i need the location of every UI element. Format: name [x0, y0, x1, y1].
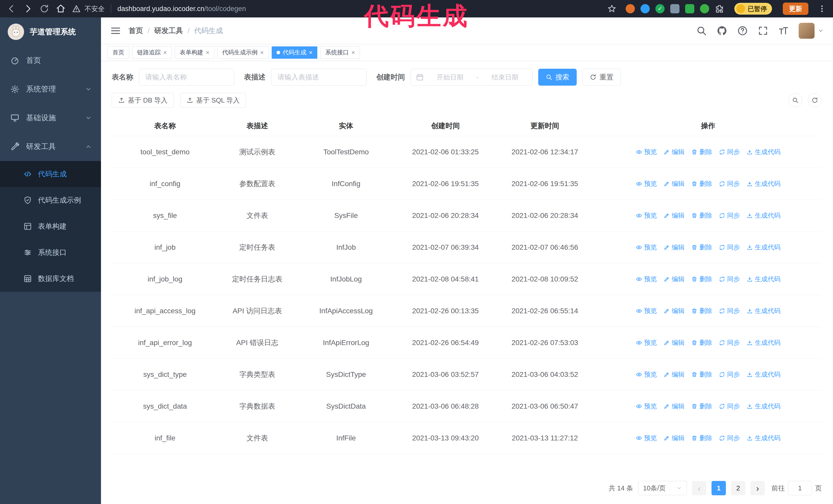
sidebar-item-codegen-example[interactable]: 代码生成示例 — [0, 187, 101, 213]
edit-action[interactable]: 编辑 — [664, 274, 685, 284]
github-icon[interactable] — [717, 25, 728, 36]
tab-system-api[interactable]: 系统接口× — [320, 46, 360, 59]
generate-code-action[interactable]: 生成代码 — [747, 402, 781, 411]
refresh-table-button[interactable] — [808, 93, 822, 107]
kebab-menu-icon[interactable] — [818, 4, 826, 13]
delete-action[interactable]: 删除 — [691, 402, 712, 411]
address-bar[interactable]: 不安全 dashboard.yudao.iocoder.cn/tool/code… — [72, 4, 616, 13]
extensions-puzzle-icon[interactable] — [715, 4, 724, 13]
next-page-button[interactable]: › — [751, 481, 765, 495]
generate-code-action[interactable]: 生成代码 — [747, 370, 781, 379]
forward-icon[interactable] — [23, 4, 33, 14]
edit-action[interactable]: 编辑 — [664, 306, 685, 316]
extension-icon-badge[interactable] — [685, 4, 694, 13]
generate-code-action[interactable]: 生成代码 — [747, 147, 781, 157]
tab-form-builder[interactable]: 表单构建× — [175, 46, 214, 59]
page-button-1[interactable]: 1 — [712, 481, 726, 495]
font-size-icon[interactable] — [778, 25, 789, 36]
sync-action[interactable]: 同步 — [719, 179, 740, 189]
tab-home[interactable]: 首页 — [108, 46, 129, 59]
tab-tracing[interactable]: 链路追踪× — [132, 46, 172, 59]
tab-codegen[interactable]: 代码生成× — [272, 46, 317, 59]
edit-action[interactable]: 编辑 — [664, 147, 685, 157]
search-button[interactable]: 搜索 — [538, 69, 577, 86]
reload-icon[interactable] — [40, 4, 49, 14]
date-range-picker[interactable]: 开始日期 - 结束日期 — [411, 69, 532, 86]
generate-code-action[interactable]: 生成代码 — [747, 242, 781, 252]
breadcrumb-home[interactable]: 首页 — [129, 26, 143, 35]
sidebar-item-codegen[interactable]: 代码生成 — [0, 161, 101, 187]
help-icon[interactable] — [737, 25, 748, 36]
sync-action[interactable]: 同步 — [719, 242, 740, 252]
sidebar-item-db-doc[interactable]: 数据库文档 — [0, 266, 101, 292]
table-name-input[interactable] — [139, 69, 234, 86]
close-icon[interactable]: × — [351, 49, 355, 56]
import-sql-button[interactable]: 基于 SQL 导入 — [180, 93, 246, 108]
preview-action[interactable]: 预览 — [636, 306, 657, 316]
sync-action[interactable]: 同步 — [719, 433, 740, 443]
sync-action[interactable]: 同步 — [719, 370, 740, 379]
preview-action[interactable]: 预览 — [636, 211, 657, 220]
sync-action[interactable]: 同步 — [719, 306, 740, 316]
bookmark-star-icon[interactable] — [607, 4, 616, 13]
close-icon[interactable]: × — [163, 49, 167, 56]
sidebar-item-infra[interactable]: 基础设施 — [0, 103, 101, 132]
generate-code-action[interactable]: 生成代码 — [747, 338, 781, 347]
delete-action[interactable]: 删除 — [691, 306, 712, 316]
search-icon[interactable] — [696, 25, 707, 36]
hamburger-icon[interactable] — [110, 25, 121, 36]
generate-code-action[interactable]: 生成代码 — [747, 306, 781, 316]
generate-code-action[interactable]: 生成代码 — [747, 179, 781, 189]
edit-action[interactable]: 编辑 — [664, 370, 685, 379]
update-button[interactable]: 更新 — [783, 3, 808, 15]
sidebar-item-home[interactable]: 首页 — [0, 46, 101, 75]
app-logo[interactable]: 芋道管理系统 — [0, 18, 101, 46]
date-start-placeholder[interactable]: 开始日期 — [428, 73, 472, 82]
edit-action[interactable]: 编辑 — [664, 433, 685, 443]
sidebar-item-system-api[interactable]: 系统接口 — [0, 239, 101, 266]
tab-codegen-example[interactable]: 代码生成示例× — [217, 46, 269, 59]
delete-action[interactable]: 删除 — [691, 433, 712, 443]
sync-action[interactable]: 同步 — [719, 274, 740, 284]
preview-action[interactable]: 预览 — [636, 242, 657, 252]
sidebar-item-devtools[interactable]: 研发工具 — [0, 132, 101, 161]
sync-action[interactable]: 同步 — [719, 147, 740, 157]
breadcrumb-devtools[interactable]: 研发工具 — [154, 26, 183, 35]
preview-action[interactable]: 预览 — [636, 370, 657, 379]
delete-action[interactable]: 删除 — [691, 179, 712, 189]
delete-action[interactable]: 删除 — [691, 211, 712, 220]
prev-page-button[interactable]: ‹ — [692, 481, 706, 495]
page-size-select[interactable]: 10条/页 — [638, 481, 687, 495]
delete-action[interactable]: 删除 — [691, 338, 712, 347]
home-icon[interactable] — [56, 4, 66, 14]
extension-icon-blue[interactable] — [641, 4, 650, 13]
reset-button[interactable]: 重置 — [582, 69, 621, 86]
generate-code-action[interactable]: 生成代码 — [747, 274, 781, 284]
url-text[interactable]: dashboard.yudao.iocoder.cn/tool/codegen — [117, 5, 246, 13]
delete-action[interactable]: 删除 — [691, 274, 712, 284]
generate-code-action[interactable]: 生成代码 — [747, 211, 781, 220]
sidebar-item-form-builder[interactable]: 表单构建 — [0, 213, 101, 239]
preview-action[interactable]: 预览 — [636, 433, 657, 443]
preview-action[interactable]: 预览 — [636, 402, 657, 411]
edit-action[interactable]: 编辑 — [664, 338, 685, 347]
sync-action[interactable]: 同步 — [719, 338, 740, 347]
preview-action[interactable]: 预览 — [636, 147, 657, 157]
generate-code-action[interactable]: 生成代码 — [747, 433, 781, 443]
extension-icon-users[interactable] — [670, 4, 680, 13]
back-icon[interactable] — [7, 4, 17, 14]
paused-badge[interactable]: 已暂停 — [734, 3, 772, 15]
edit-action[interactable]: 编辑 — [664, 211, 685, 220]
edit-action[interactable]: 编辑 — [664, 179, 685, 189]
extension-icon-orange[interactable] — [626, 4, 635, 13]
close-icon[interactable]: × — [206, 49, 209, 56]
sync-action[interactable]: 同步 — [719, 211, 740, 220]
user-menu[interactable] — [799, 23, 824, 39]
delete-action[interactable]: 删除 — [691, 370, 712, 379]
preview-action[interactable]: 预览 — [636, 179, 657, 189]
sidebar-item-system[interactable]: 系统管理 — [0, 75, 101, 103]
delete-action[interactable]: 删除 — [691, 242, 712, 252]
extension-icon-leaf[interactable] — [700, 4, 709, 13]
preview-action[interactable]: 预览 — [636, 338, 657, 347]
goto-page-input[interactable] — [788, 481, 812, 495]
